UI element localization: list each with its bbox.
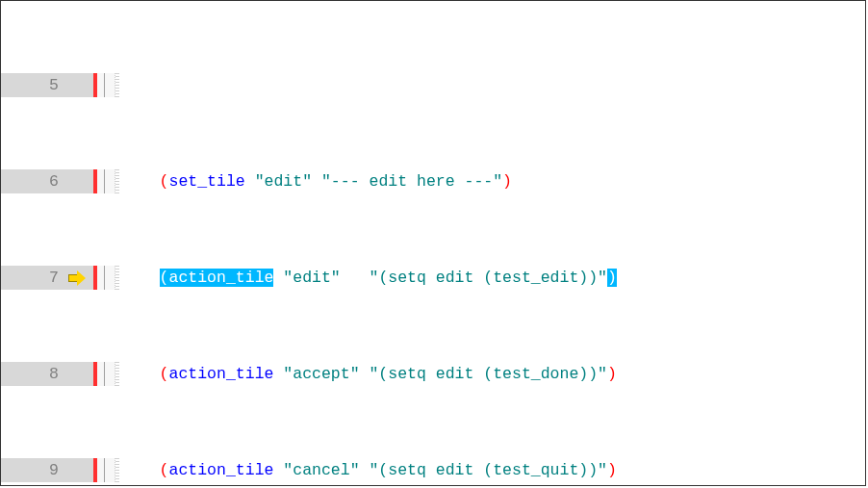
selection: (action_tile xyxy=(160,269,274,287)
code-line[interactable]: 8 (action_tile "accept" "(setq edit (tes… xyxy=(1,362,865,386)
fold-gutter[interactable] xyxy=(97,73,115,97)
code-text[interactable] xyxy=(119,73,121,97)
matching-paren: ) xyxy=(607,269,617,287)
code-text[interactable]: (action_tile "accept" "(setq edit (test_… xyxy=(119,362,617,386)
marker-gutter[interactable] xyxy=(66,458,93,482)
marker-gutter[interactable] xyxy=(66,362,93,386)
fold-gutter[interactable] xyxy=(97,169,115,193)
code-editor[interactable]: 5 6 (set_tile "edit" "--- edit here ---"… xyxy=(1,1,865,486)
code-line[interactable]: 7 (action_tile "edit" "(setq edit (test_… xyxy=(1,266,865,290)
line-number: 6 xyxy=(1,169,66,193)
fold-gutter[interactable] xyxy=(97,266,115,290)
line-number: 5 xyxy=(1,73,66,97)
editor-frame: 5 6 (set_tile "edit" "--- edit here ---"… xyxy=(0,0,866,486)
code-text[interactable]: (set_tile "edit" "--- edit here ---") xyxy=(119,169,512,193)
line-number: 7 xyxy=(1,266,66,290)
code-text[interactable]: (action_tile "cancel" "(setq edit (test_… xyxy=(119,458,617,482)
code-line[interactable]: 5 xyxy=(1,73,865,97)
line-number: 9 xyxy=(1,458,66,482)
marker-gutter[interactable] xyxy=(66,73,93,97)
current-line-arrow-icon xyxy=(68,270,86,284)
line-number: 8 xyxy=(1,362,66,386)
fold-gutter[interactable] xyxy=(97,458,115,482)
code-line[interactable]: 9 (action_tile "cancel" "(setq edit (tes… xyxy=(1,458,865,482)
marker-gutter[interactable] xyxy=(66,266,93,290)
code-text[interactable]: (action_tile "edit" "(setq edit (test_ed… xyxy=(119,266,617,290)
marker-gutter[interactable] xyxy=(66,169,93,193)
fold-gutter[interactable] xyxy=(97,362,115,386)
code-line[interactable]: 6 (set_tile "edit" "--- edit here ---") xyxy=(1,169,865,193)
